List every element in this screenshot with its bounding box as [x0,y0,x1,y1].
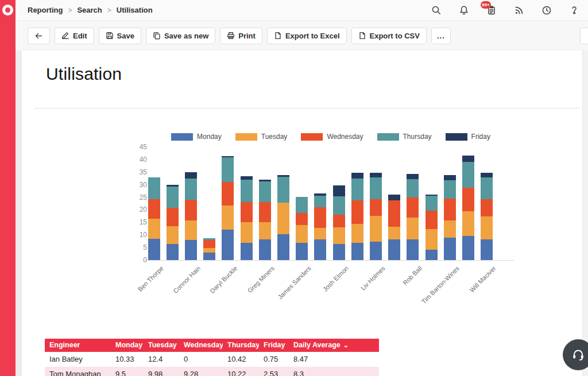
table-cell: Tom Monaghan [45,367,111,376]
bar-segment-thursday [425,196,438,211]
bar-segment-thursday [277,177,289,203]
table-cell: 8.3 [289,367,379,376]
table-row[interactable]: Ian Batley10.3312.4010.420.758.47 [45,352,379,367]
bar-segment-tuesday [407,218,419,239]
app-logo[interactable] [2,5,13,15]
topbar-icons: 99+ [431,5,580,16]
table-row[interactable]: Tom Monaghan9.59.989.2810.222.538.3 [45,367,379,376]
breadcrumb-separator: > [107,6,111,14]
bar-segment-thursday [241,180,253,202]
legend-item-thursday[interactable]: Thursday [377,133,432,141]
bar-segment-tuesday [333,227,345,244]
table-header-cell[interactable]: Engineer [45,339,111,352]
notifications-bell-icon[interactable] [458,5,470,16]
table-cell: 10.22 [223,367,259,376]
bar-segment-thursday [407,179,419,197]
bar-segment-monday [388,239,400,260]
bar-segment-wednesday [351,200,363,224]
legend-label: Wednesday [327,133,363,141]
bar-segment-monday [277,234,289,260]
y-axis-tick-label: 20 [114,205,147,214]
x-axis-label: Ben Thorpe [136,265,164,293]
bar-segment-wednesday [241,202,253,222]
bar-segment-monday [241,243,253,260]
bar-segment-tuesday [351,224,363,243]
bar-segment-wednesday [185,200,197,220]
bar-segment-friday [388,195,400,200]
bar-segment-thursday [222,157,234,182]
bar-segment-friday [314,193,326,196]
legend-item-monday[interactable]: Monday [171,133,222,141]
more-actions-button[interactable]: ... [431,28,451,44]
report-card: Utilisation Monday Tuesday Wednesday Thu… [22,51,582,376]
tasks-clipboard-icon[interactable]: 99+ [486,5,497,16]
bar-segment-monday [203,253,215,260]
bar-segment-wednesday [167,208,179,226]
table-cell: 9.5 [111,367,144,376]
bar-segment-tuesday [444,220,456,238]
export-csv-button-label: Export to CSV [370,32,420,40]
bar-segment-wednesday [444,199,456,220]
bar-segment-thursday [259,181,271,203]
export-excel-button[interactable]: Export to Excel [267,28,347,44]
bar-segment-tuesday [296,225,308,243]
x-axis-label: Liv Holmes [359,265,386,292]
table-header-cell[interactable]: Monday [111,339,144,352]
table-cell: 9.98 [144,367,179,376]
x-axis-label: Will Maciver [469,265,497,293]
table-header-cell[interactable]: Tuesday [144,339,179,352]
breadcrumb-reporting[interactable]: Reporting [28,6,63,14]
sort-chevron-down-icon: ⌄ [343,342,349,348]
table-cell: 10.33 [111,352,144,367]
legend-swatch-thursday [377,133,399,141]
history-clock-icon[interactable] [541,5,552,16]
bar-segment-thursday [296,197,308,213]
scrollbar-gutter[interactable] [582,51,588,376]
breadcrumb-current: Utilisation [117,6,153,14]
y-axis-tick-label: 40 [114,155,147,164]
y-axis-tick-label: 30 [114,180,147,189]
bar-segment-monday [167,244,179,260]
breadcrumb-separator: > [68,6,72,14]
x-axis-label: Daryl Buckle [208,265,238,294]
bar-segment-monday [185,240,197,260]
help-icon[interactable] [568,5,580,16]
save-as-new-button[interactable]: Save as new [146,28,215,44]
bar-segment-tuesday [277,203,289,234]
table-header-cell[interactable]: Wednesday [179,339,223,352]
print-button[interactable]: Print [220,28,262,44]
y-axis-tick-label: 5 [114,243,147,252]
edit-button[interactable]: Edit [55,28,94,44]
bar-segment-tuesday [167,226,179,244]
save-button[interactable]: Save [99,28,141,44]
export-csv-button[interactable]: Export to CSV [351,28,427,44]
table-header-cell[interactable]: Friday [259,339,289,352]
bar-segment-tuesday [425,229,438,250]
legend-item-wednesday[interactable]: Wednesday [301,133,363,141]
table-cell: 0.75 [259,352,289,367]
breadcrumb-search[interactable]: Search [77,6,102,14]
legend-item-friday[interactable]: Friday [446,133,490,141]
table-cell: 8.47 [289,352,379,367]
utilisation-stacked-bar-chart: Monday Tuesday Wednesday Thursday Friday… [22,51,582,320]
bar-segment-friday [425,195,438,196]
bar-segment-friday [370,173,382,178]
search-icon[interactable] [431,5,442,16]
x-axis-line [145,260,514,261]
legend-swatch-wednesday [301,133,323,141]
legend-item-tuesday[interactable]: Tuesday [235,133,288,141]
back-button[interactable] [28,28,50,44]
y-axis-tick-label: 10 [114,230,147,239]
bar-segment-wednesday [481,199,493,216]
bar-segment-friday [444,175,456,181]
table-header-cell[interactable]: Thursday [223,339,259,352]
legend-swatch-monday [171,133,193,141]
feed-rss-icon[interactable] [513,5,525,16]
edit-pencil-icon [61,32,69,40]
bar-segment-wednesday [425,211,438,229]
bar-segment-friday [241,176,253,180]
toolbar-overflow-item[interactable] [580,28,588,44]
bar-segment-thursday [444,180,456,199]
headset-icon [571,347,586,362]
table-header-cell[interactable]: Daily Average⌄ [289,339,379,352]
